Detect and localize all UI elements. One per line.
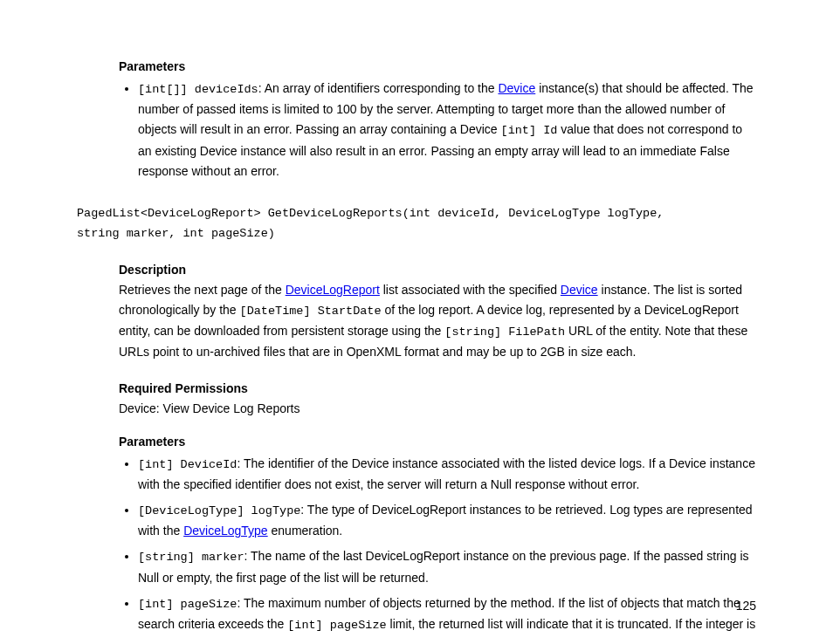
code-int-id: [int] Id bbox=[501, 124, 558, 137]
code-marker: [string] marker bbox=[138, 551, 244, 564]
code-deviceids: [int[]] deviceIds bbox=[138, 83, 258, 96]
page-number: 125 bbox=[736, 599, 756, 613]
parameters-list-1: [int[]] deviceIds: An array of identifie… bbox=[77, 79, 756, 182]
signature-line-1: PagedList<DeviceLogReport> GetDeviceLogR… bbox=[77, 204, 756, 224]
text: : An array of identifiers corresponding … bbox=[258, 81, 499, 95]
code-logtype: [DeviceLogType] logType bbox=[138, 504, 300, 517]
device-link[interactable]: Device bbox=[498, 81, 535, 95]
permissions-heading: Required Permissions bbox=[119, 379, 756, 399]
devicelogtype-link[interactable]: DeviceLogType bbox=[183, 524, 268, 538]
code-filepath: [string] FilePath bbox=[444, 325, 565, 339]
signature-line-2: string marker, int pageSize) bbox=[77, 224, 756, 244]
text: enumeration. bbox=[268, 524, 343, 538]
parameters-heading-1: Parameters bbox=[77, 59, 756, 73]
permissions-block: Required Permissions Device: View Device… bbox=[77, 379, 756, 419]
code-startdate: [DateTime] StartDate bbox=[240, 305, 382, 318]
permissions-text: Device: View Device Log Reports bbox=[119, 399, 756, 419]
devicelogreport-link[interactable]: DeviceLogReport bbox=[286, 283, 380, 297]
code-deviceid: [int] DeviceId bbox=[138, 458, 237, 471]
text: list associated with the specified bbox=[380, 283, 561, 297]
param-logtype: [DeviceLogType] logType: The type of Dev… bbox=[138, 500, 756, 541]
code-pagesize: [int] pageSize bbox=[138, 598, 237, 611]
description-block: Description Retrieves the next page of t… bbox=[77, 260, 756, 363]
code-pagesize-2: [int] pageSize bbox=[287, 619, 386, 632]
document-page: Parameters [int[]] deviceIds: An array o… bbox=[0, 0, 833, 644]
text: Retrieves the next page of the bbox=[119, 283, 286, 297]
param-marker: [string] marker: The name of the last De… bbox=[138, 546, 756, 587]
param-pagesize: [int] pageSize: The maximum number of ob… bbox=[138, 593, 756, 636]
description-heading: Description bbox=[119, 260, 756, 280]
parameters-list-2: [int] DeviceId: The identifier of the De… bbox=[77, 454, 756, 636]
param-deviceid: [int] DeviceId: The identifier of the De… bbox=[138, 454, 756, 495]
parameters-heading-2: Parameters bbox=[77, 435, 756, 449]
description-text: Retrieves the next page of the DeviceLog… bbox=[119, 280, 756, 363]
text: limit, the returned list will indicate t… bbox=[387, 617, 756, 631]
param-deviceids: [int[]] deviceIds: An array of identifie… bbox=[138, 79, 756, 182]
device-link-2[interactable]: Device bbox=[561, 283, 598, 297]
method-signature: PagedList<DeviceLogReport> GetDeviceLogR… bbox=[77, 204, 756, 244]
